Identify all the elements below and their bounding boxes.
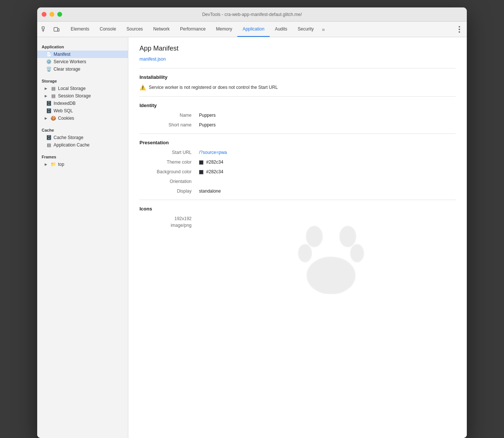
installability-section: Installability ⚠️ Service worker is not … bbox=[139, 68, 456, 90]
start-url-label: Start URL bbox=[139, 150, 199, 155]
sidebar-item-clear-storage[interactable]: 🗑️ Clear storage bbox=[37, 65, 128, 73]
theme-color-value: #282c34 bbox=[199, 160, 223, 165]
icon-size: 192x192 bbox=[139, 216, 199, 221]
devtools-menu-button[interactable] bbox=[455, 25, 464, 34]
icon-labels: 192x192 image/png bbox=[139, 216, 199, 229]
tab-security[interactable]: Security bbox=[292, 22, 319, 37]
svg-point-7 bbox=[298, 244, 312, 262]
toolbar: Elements Console Sources Network Perform… bbox=[37, 22, 467, 37]
bg-color-swatch bbox=[199, 170, 203, 174]
name-field-row: Name Puppers bbox=[139, 113, 456, 118]
sidebar: Application 📄 Manifest ⚙️ Service Worker… bbox=[37, 37, 128, 438]
sidebar-item-cookies[interactable]: ▶ 🍪 Cookies bbox=[37, 115, 128, 122]
sidebar-item-clear-storage-label: Clear storage bbox=[54, 67, 80, 72]
sidebar-item-service-workers[interactable]: ⚙️ Service Workers bbox=[37, 58, 128, 65]
tab-performance[interactable]: Performance bbox=[175, 22, 211, 37]
menu-dot bbox=[459, 29, 460, 30]
svg-point-5 bbox=[306, 226, 322, 247]
more-tabs-button[interactable]: » bbox=[319, 22, 328, 37]
sidebar-divider bbox=[37, 122, 128, 125]
sidebar-item-websql-label: Web SQL bbox=[54, 108, 73, 113]
title-bar: DevTools - cra-web-app-manifest-defaut.g… bbox=[37, 7, 467, 22]
sidebar-section-storage: Storage bbox=[37, 76, 128, 85]
bg-color-value: #282c34 bbox=[199, 169, 223, 174]
icon-type: image/png bbox=[139, 223, 199, 228]
manifest-icon: 📄 bbox=[46, 52, 51, 57]
sidebar-item-session-storage[interactable]: ▶ ▤ Session Storage bbox=[37, 92, 128, 100]
theme-color-field-row: Theme color #282c34 bbox=[139, 160, 456, 165]
sidebar-item-application-cache[interactable]: ▤ Application Cache bbox=[37, 141, 128, 149]
svg-rect-4 bbox=[58, 29, 59, 31]
devtools-window: DevTools - cra-web-app-manifest-defaut.g… bbox=[37, 7, 467, 438]
sidebar-section-cache: Cache bbox=[37, 125, 128, 134]
installability-warning: ⚠️ Service worker is not registered or d… bbox=[139, 84, 456, 90]
tabs-container: Elements Console Sources Network Perform… bbox=[65, 22, 328, 37]
manifest-link[interactable]: manifest.json bbox=[139, 57, 166, 62]
bg-color-label: Background color bbox=[139, 169, 199, 174]
icons-title: Icons bbox=[139, 206, 456, 212]
close-button[interactable] bbox=[42, 12, 46, 17]
icon-entry: 192x192 image/png bbox=[139, 216, 456, 294]
tab-network[interactable]: Network bbox=[148, 22, 175, 37]
websql-icon: 🗄️ bbox=[46, 108, 51, 113]
main-content: Application 📄 Manifest ⚙️ Service Worker… bbox=[37, 37, 467, 438]
menu-dot bbox=[459, 26, 460, 28]
sidebar-item-cache-storage[interactable]: 🗄️ Cache Storage bbox=[37, 134, 128, 141]
session-storage-icon: ▤ bbox=[51, 93, 56, 99]
frame-icon: 📁 bbox=[51, 162, 56, 167]
sidebar-item-cache-storage-label: Cache Storage bbox=[54, 135, 83, 140]
orientation-label: Orientation bbox=[139, 179, 199, 184]
minimize-button[interactable] bbox=[49, 12, 54, 17]
tab-sources[interactable]: Sources bbox=[121, 22, 148, 37]
sidebar-item-frames-top-label: top bbox=[58, 162, 64, 167]
paw-icon bbox=[298, 220, 365, 294]
tab-application[interactable]: Application bbox=[237, 22, 270, 37]
svg-point-6 bbox=[340, 226, 356, 247]
sidebar-item-manifest[interactable]: 📄 Manifest bbox=[37, 51, 128, 58]
sidebar-item-application-cache-label: Application Cache bbox=[54, 142, 90, 148]
application-cache-icon: ▤ bbox=[46, 142, 51, 148]
gear-icon: ⚙️ bbox=[46, 59, 51, 64]
short-name-field-row: Short name Puppers bbox=[139, 122, 456, 128]
sidebar-item-websql[interactable]: 🗄️ Web SQL bbox=[37, 107, 128, 115]
installability-title: Installability bbox=[139, 74, 456, 80]
theme-color-swatch bbox=[199, 160, 203, 165]
identity-title: Identity bbox=[139, 103, 456, 108]
sidebar-item-service-workers-label: Service Workers bbox=[54, 59, 86, 64]
tab-elements[interactable]: Elements bbox=[65, 22, 94, 37]
identity-section: Identity Name Puppers Short name Puppers bbox=[139, 96, 456, 128]
display-field-row: Display standalone bbox=[139, 189, 456, 194]
sidebar-item-cookies-label: Cookies bbox=[58, 116, 74, 121]
expand-arrow-icon: ▶ bbox=[45, 116, 48, 120]
expand-arrow-icon: ▶ bbox=[45, 94, 48, 98]
inspect-icon[interactable] bbox=[40, 25, 49, 34]
presentation-section: Presentation Start URL /?source=pwa Them… bbox=[139, 133, 456, 194]
sidebar-item-local-storage[interactable]: ▶ ▤ Local Storage bbox=[37, 85, 128, 92]
expand-arrow-icon: ▶ bbox=[45, 162, 48, 166]
expand-arrow-icon: ▶ bbox=[45, 87, 48, 90]
sidebar-item-indexeddb[interactable]: 🗄️ IndexedDB bbox=[37, 100, 128, 107]
orientation-field-row: Orientation bbox=[139, 179, 456, 184]
device-icon[interactable] bbox=[52, 25, 61, 34]
presentation-title: Presentation bbox=[139, 140, 456, 145]
window-title: DevTools - cra-web-app-manifest-defaut.g… bbox=[202, 12, 302, 17]
sidebar-item-frames-top[interactable]: ▶ 📁 top bbox=[37, 161, 128, 168]
name-value: Puppers bbox=[199, 113, 216, 118]
sidebar-item-session-storage-label: Session Storage bbox=[58, 93, 91, 99]
svg-rect-0 bbox=[42, 27, 44, 29]
indexeddb-icon: 🗄️ bbox=[46, 101, 51, 106]
start-url-value[interactable]: /?source=pwa bbox=[199, 150, 227, 155]
sidebar-item-manifest-label: Manifest bbox=[54, 52, 70, 57]
content-panel: App Manifest manifest.json Installabilit… bbox=[128, 37, 467, 438]
start-url-field-row: Start URL /?source=pwa bbox=[139, 150, 456, 155]
sidebar-section-frames: Frames bbox=[37, 152, 128, 161]
maximize-button[interactable] bbox=[57, 12, 62, 17]
tab-console[interactable]: Console bbox=[94, 22, 121, 37]
cache-storage-icon: 🗄️ bbox=[46, 135, 51, 140]
theme-color-label: Theme color bbox=[139, 160, 199, 165]
tab-audits[interactable]: Audits bbox=[270, 22, 292, 37]
page-title: App Manifest bbox=[139, 45, 456, 52]
tab-memory[interactable]: Memory bbox=[211, 22, 237, 37]
sidebar-divider bbox=[37, 73, 128, 76]
name-label: Name bbox=[139, 113, 199, 118]
